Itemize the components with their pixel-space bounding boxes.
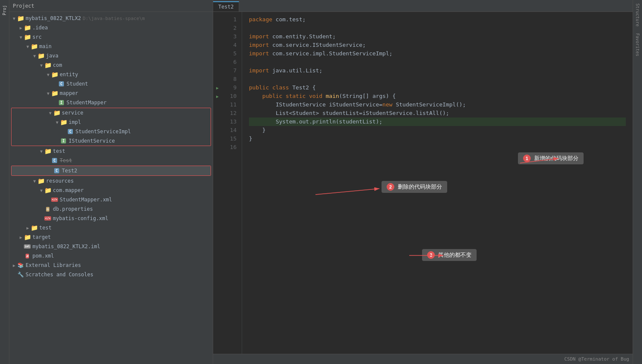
tree-item-mybatisiml[interactable]: imlmybatis_0822_KTLX2.iml (9, 242, 213, 251)
tree-label-pomxml: pom.xml (32, 253, 54, 259)
tree-icon-istudentservice: I (60, 138, 67, 144)
tree-arrow-idea: ▶ (18, 26, 24, 30)
tree-icon-mybatisconfig: </> (44, 215, 51, 222)
line-num-6: 6 (222, 58, 237, 66)
tree-label-test-src: test (39, 225, 52, 231)
run-gutter-7 (213, 66, 222, 75)
tree-item-extlibs[interactable]: ▶📚External Libraries (9, 261, 213, 270)
line-num-9: 9 (222, 83, 237, 92)
tree-item-src[interactable]: ▼📁src (9, 32, 213, 42)
tree-arrow-mapper: ▼ (45, 91, 51, 96)
tree-item-scratches[interactable]: 🔧Scratches and Consoles (9, 270, 213, 279)
tree-label-impl: impl (69, 119, 81, 125)
tree-label-entity: entity (60, 72, 78, 77)
run-gutter-15 (213, 135, 222, 143)
run-gutter: ▶▶ (213, 12, 222, 354)
code-line-13: System.out.println(studentList); (249, 118, 626, 126)
tree-icon-studentserviceimpl: C (67, 128, 74, 135)
code-line-5: import com.service.impl.StudentServiceIm… (249, 49, 626, 58)
project-tree[interactable]: ▼📁mybatis_0822_KTLX2D:\java-baties-space… (9, 12, 213, 364)
run-gutter-9[interactable]: ▶ (213, 83, 222, 92)
favorites-tab[interactable]: Favorites (634, 30, 641, 60)
tree-item-target[interactable]: ▶📁target (9, 232, 213, 242)
tree-label-mybatisconfig: mybatis-config.xml (53, 215, 108, 221)
tree-item-main[interactable]: ▼📁main (9, 42, 213, 51)
code-line-8 (249, 75, 626, 83)
tree-item-istudentservice[interactable]: IIStudentService (12, 136, 211, 146)
project-tab[interactable]: Proj (1, 2, 8, 19)
tree-label-service: service (62, 110, 84, 116)
tree-item-studentmapper[interactable]: IStudentMapper (9, 98, 213, 107)
tree-icon-studentmapperxml: </> (51, 196, 58, 203)
editor-area: Test2 ▶▶ 12345678910111213141516 package… (213, 0, 633, 364)
structure-tab[interactable]: Structure (634, 0, 641, 30)
tree-item-test-folder[interactable]: ▼📁test (9, 146, 213, 156)
tree-item-root[interactable]: ▼📁mybatis_0822_KTLX2D:\java-baties-space… (9, 14, 213, 23)
tree-item-studentmapperxml[interactable]: </>StudentMapper.xml (9, 195, 213, 204)
tree-item-impl[interactable]: ▼📁impl (12, 118, 211, 127)
tree-item-resources[interactable]: ▼📁resources (9, 176, 213, 186)
tree-arrow-commapper: ▼ (38, 188, 44, 193)
tree-item-java[interactable]: ▼📁java (9, 51, 213, 60)
code-line-4: import com.service.IStudentService; (249, 41, 626, 49)
run-gutter-8 (213, 75, 222, 83)
code-line-11: IStudentService iStudentService=new Stud… (249, 100, 626, 109)
tree-arrow-resources: ▼ (32, 179, 38, 183)
tree-item-com[interactable]: ▼📁com (9, 60, 213, 70)
run-gutter-2 (213, 24, 222, 32)
tree-item-dbproperties[interactable]: ⚙db.properties (9, 204, 213, 214)
bottom-bar: CSDN @Terminator of Bug (213, 354, 633, 364)
tree-item-test2-class[interactable]: CTest2 (12, 166, 211, 175)
line-num-12: 12 (222, 109, 237, 118)
line-num-10: 10 (222, 92, 237, 100)
tree-icon-service: 📁 (53, 109, 60, 116)
code-line-9: public class Test2 { (249, 83, 626, 92)
run-gutter-13 (213, 118, 222, 126)
project-panel-title: Project (13, 3, 35, 9)
tree-arrow-src: ▼ (18, 35, 24, 40)
tree-icon-root: 📁 (17, 15, 24, 22)
run-gutter-4 (213, 41, 222, 49)
run-gutter-5 (213, 49, 222, 58)
tree-item-commapper[interactable]: ▼📁com.mapper (9, 186, 213, 195)
tree-item-pomxml[interactable]: mpom.xml (9, 251, 213, 261)
tree-item-idea[interactable]: ▶📁.idea (9, 23, 213, 32)
tree-icon-idea: 📁 (24, 24, 31, 31)
tree-item-mapper[interactable]: ▼📁mapper (9, 89, 213, 98)
tree-icon-entity: 📁 (51, 71, 58, 78)
test2-red-border: CTest2 (11, 166, 211, 176)
run-gutter-1 (213, 15, 222, 24)
run-gutter-10[interactable]: ▶ (213, 92, 222, 100)
code-line-10: public static void main(String[] args) { (249, 92, 626, 100)
tree-label-mybatisiml: mybatis_0822_KTLX2.iml (32, 244, 100, 249)
tree-icon-mapper: 📁 (51, 90, 58, 97)
tree-icon-pomxml: m (24, 252, 31, 259)
run-gutter-3 (213, 32, 222, 41)
code-line-16 (249, 143, 626, 152)
tree-arrow-service: ▼ (47, 111, 53, 115)
code-editor[interactable]: ▶▶ 12345678910111213141516 package com.t… (213, 12, 633, 354)
tree-item-mybatisconfig[interactable]: </>mybatis-config.xml (9, 214, 213, 223)
tree-item-test-src[interactable]: ▶📁test (9, 223, 213, 232)
tree-icon-test-folder: 📁 (44, 148, 51, 155)
code-content[interactable]: package com.test; import com.entity.Stud… (242, 12, 633, 354)
tree-arrow-root: ▼ (11, 16, 17, 21)
tree-label-studentmapperxml: StudentMapper.xml (60, 197, 112, 203)
tree-label-test2-class: Test2 (62, 168, 77, 174)
tree-label-target: target (32, 234, 51, 240)
project-panel-header: Project (9, 0, 213, 12)
tree-item-entity[interactable]: ▼📁entity (9, 70, 213, 79)
tree-label-resources: resources (46, 178, 74, 184)
run-gutter-6 (213, 58, 222, 66)
tree-icon-student: C (58, 80, 65, 87)
tree-item-service[interactable]: ▼📁service (12, 108, 211, 118)
tree-arrow-test-folder: ▼ (38, 149, 44, 154)
tree-item-student[interactable]: CStudent (9, 79, 213, 89)
run-gutter-12 (213, 109, 222, 118)
line-num-13: 13 (222, 118, 237, 126)
tree-item-test-class[interactable]: CTest (9, 156, 213, 165)
tree-label-dbproperties: db.properties (53, 206, 93, 212)
line-num-11: 11 (222, 100, 237, 109)
editor-tab-test2[interactable]: Test2 (213, 1, 239, 11)
tree-item-studentserviceimpl[interactable]: CStudentServiceImpl (12, 127, 211, 136)
